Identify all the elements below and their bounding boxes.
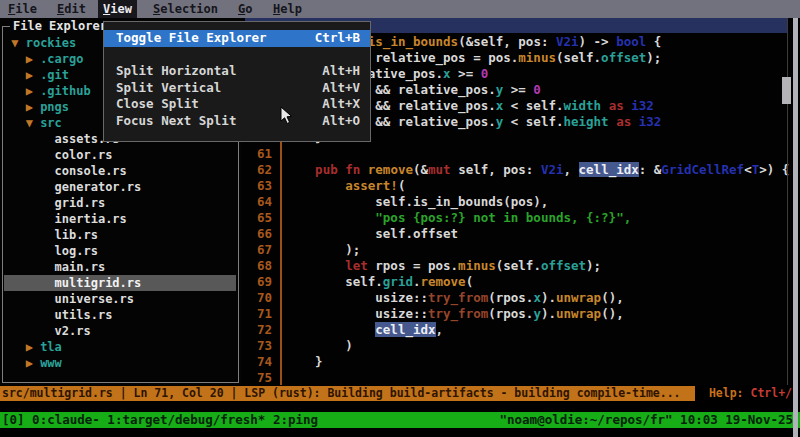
folder-closed-arrow-icon[interactable]: ▶: [26, 52, 40, 66]
tmux-session-info: "noam@oldie:~/repos/fr" 10:03 19-Nov-25: [500, 412, 794, 428]
terminal-screen: 54 pub fn is_in_bounds(&self, pos: V2i) …: [0, 0, 800, 437]
file-name: inertia.rs: [40, 212, 127, 226]
line-number: 61: [242, 146, 272, 162]
editor-scrollbar-track[interactable]: [787, 18, 788, 385]
menu-edit[interactable]: Edit: [52, 0, 91, 18]
file-name: console.rs: [40, 164, 127, 178]
menu-item-shortcut: Alt+X: [322, 96, 360, 113]
line-number: 64: [242, 194, 272, 210]
code-line-73[interactable]: ): [285, 338, 353, 354]
view-menu-dropdown: Toggle File ExplorerCtrl+BSplit Horizont…: [103, 21, 371, 142]
folder-closed-arrow-icon[interactable]: ▶: [26, 84, 40, 98]
code-line-64[interactable]: self.is_in_bounds(pos),: [285, 194, 548, 210]
folder-name: .github: [40, 84, 91, 98]
tree-item-color-rs[interactable]: color.rs: [4, 147, 236, 163]
code-line-74[interactable]: }: [285, 354, 323, 370]
menu-item-label: Split Vertical: [116, 80, 221, 97]
menu-separator: [104, 47, 370, 64]
editor-scrollbar-thumb[interactable]: [782, 77, 791, 104]
menu-item-toggle-file-explorer[interactable]: Toggle File ExplorerCtrl+B: [104, 30, 370, 47]
status-help-hint: Help: Ctrl+/: [709, 386, 792, 401]
menu-item-label: Toggle File Explorer: [116, 30, 267, 47]
file-name: grid.rs: [40, 196, 105, 210]
file-name: utils.rs: [40, 308, 112, 322]
file-name: generator.rs: [40, 180, 141, 194]
code-line-63[interactable]: assert!(: [285, 178, 405, 194]
menu-item-shortcut: Alt+V: [322, 80, 360, 97]
folder-open-arrow-icon[interactable]: ▼: [26, 116, 40, 130]
file-explorer-title: File Explorer: [10, 19, 110, 33]
tree-item-universe-rs[interactable]: universe.rs: [4, 291, 236, 307]
menu-item-split-horizontal[interactable]: Split HorizontalAlt+H: [104, 63, 370, 80]
code-line-65[interactable]: "pos {pos:?} not in bounds, {:?}",: [285, 210, 631, 226]
line-number: 67: [242, 242, 272, 258]
line-number: 63: [242, 178, 272, 194]
menu-item-shortcut: Ctrl+B: [315, 30, 360, 47]
file-name: color.rs: [40, 148, 112, 162]
tmux-window-list[interactable]: [0] 0:claude- 1:target/debug/fresh* 2:pi…: [2, 412, 318, 428]
menu-item-focus-next-split[interactable]: Focus Next SplitAlt+O: [104, 113, 370, 130]
menu-item-shortcut: Alt+H: [322, 63, 360, 80]
mouse-cursor-icon: [280, 107, 293, 129]
line-number: 72: [242, 322, 272, 338]
menu-file[interactable]: File: [3, 0, 42, 18]
tree-item-v2-rs[interactable]: v2.rs: [4, 323, 236, 339]
line-number: 66: [242, 226, 272, 242]
tree-item-tla[interactable]: ▶ tla: [4, 339, 236, 355]
folder-closed-arrow-icon[interactable]: ▶: [26, 356, 40, 370]
help-label: Help:: [709, 386, 751, 400]
folder-name: .git: [40, 68, 69, 82]
code-line-71[interactable]: usize::try_from(rpos.y).unwrap(),: [285, 306, 624, 322]
code-line-68[interactable]: let rpos = pos.minus(self.offset);: [285, 258, 601, 274]
line-number: 71: [242, 306, 272, 322]
menu-help[interactable]: Help: [268, 0, 307, 18]
folder-name: rockies: [26, 36, 77, 50]
menu-item-label: Split Horizontal: [116, 63, 236, 80]
menu-item-shortcut: Alt+O: [322, 113, 360, 130]
menu-item-split-vertical[interactable]: Split VerticalAlt+V: [104, 80, 370, 97]
line-number: 69: [242, 274, 272, 290]
code-line-72[interactable]: cell_idx,: [285, 322, 443, 338]
tree-item-inertia-rs[interactable]: inertia.rs: [4, 211, 236, 227]
folder-closed-arrow-icon[interactable]: ▶: [26, 340, 40, 354]
line-number: 62: [242, 162, 272, 178]
menu-item-close-split[interactable]: Close SplitAlt+X: [104, 96, 370, 113]
code-line-67[interactable]: );: [285, 242, 360, 258]
menu-item-label: Close Split: [116, 96, 199, 113]
tree-item-grid-rs[interactable]: grid.rs: [4, 195, 236, 211]
code-line-62[interactable]: pub fn remove(&mut self, pos: V2i, cell_…: [285, 162, 789, 178]
folder-closed-arrow-icon[interactable]: ▶: [26, 100, 40, 114]
code-line-70[interactable]: usize::try_from(rpos.x).unwrap(),: [285, 290, 624, 306]
tree-item-console-rs[interactable]: console.rs: [4, 163, 236, 179]
menu-go[interactable]: Go: [233, 0, 257, 18]
folder-name: pngs: [40, 100, 69, 114]
code-line-66[interactable]: self.offset: [285, 226, 458, 242]
folder-name: tla: [40, 340, 62, 354]
file-name: lib.rs: [40, 228, 98, 242]
menu-view[interactable]: View: [98, 0, 137, 18]
line-number: 73: [242, 338, 272, 354]
line-number: 65: [242, 210, 272, 226]
tree-item-multigrid-rs[interactable]: multigrid.rs: [4, 275, 236, 291]
tree-item-main-rs[interactable]: main.rs: [4, 259, 236, 275]
tree-item-generator-rs[interactable]: generator.rs: [4, 179, 236, 195]
menu-item-label: Focus Next Split: [116, 113, 236, 130]
line-number: 74: [242, 354, 272, 370]
tree-item-log-rs[interactable]: log.rs: [4, 243, 236, 259]
tree-item-www[interactable]: ▶ www: [4, 355, 236, 371]
file-name: log.rs: [40, 244, 98, 258]
file-name: multigrid.rs: [40, 276, 141, 290]
file-name: universe.rs: [40, 292, 134, 306]
file-name: v2.rs: [40, 324, 91, 338]
tmux-status-bar: [0] 0:claude- 1:target/debug/fresh* 2:pi…: [0, 412, 800, 428]
editor-status-bar: src/multigrid.rs | Ln 71, Col 20 | LSP (…: [0, 386, 800, 401]
folder-open-arrow-icon[interactable]: ▼: [11, 36, 25, 50]
menu-selection[interactable]: Selection: [148, 0, 223, 18]
line-number: 68: [242, 258, 272, 274]
tree-item-lib-rs[interactable]: lib.rs: [4, 227, 236, 243]
tree-item-utils-rs[interactable]: utils.rs: [4, 307, 236, 323]
terminal-scrollbar[interactable]: [793, 18, 798, 437]
code-line-69[interactable]: self.grid.remove(: [285, 274, 473, 290]
folder-closed-arrow-icon[interactable]: ▶: [26, 68, 40, 82]
menu-bar: FileEditViewSelectionGoHelp: [0, 0, 800, 18]
